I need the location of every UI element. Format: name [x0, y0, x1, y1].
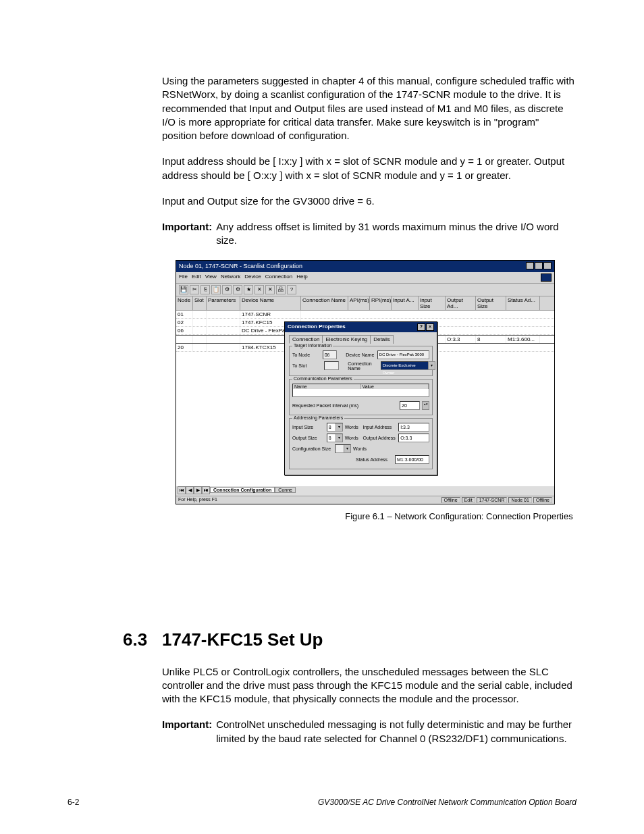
input-to-slot[interactable]	[324, 361, 339, 370]
col-value: Value	[361, 384, 429, 389]
input-status-addr[interactable]: M1:3.600/00	[395, 455, 429, 464]
label-device-name: Device Name	[346, 353, 375, 357]
label-config-size: Configuration Size	[292, 446, 333, 451]
paragraph-4: Unlike PLC5 or ControlLogix controllers,…	[162, 665, 576, 706]
group-legend: Communication Parameters	[292, 376, 354, 381]
menubar-right-icon[interactable]	[541, 273, 552, 282]
label-input-size: Input Size	[292, 425, 325, 429]
col-device-name[interactable]: Device Name	[240, 296, 301, 310]
col-node[interactable]: Node	[176, 296, 193, 310]
close-icon[interactable]	[543, 262, 552, 269]
page-footer: 6-2 GV3000/SE AC Drive ControlNet Networ…	[68, 798, 576, 807]
col-rpi[interactable]: RPI(ms)	[370, 296, 392, 310]
tab-details[interactable]: Details	[370, 335, 393, 344]
menu-view[interactable]: View	[205, 273, 217, 282]
important-note-1: Important: Any address offset is limited…	[162, 220, 576, 248]
page-number: 6-2	[68, 798, 79, 807]
status-help: For Help, press F1	[178, 497, 217, 503]
tool-icon[interactable]: ✕	[265, 285, 275, 294]
copy-icon[interactable]: ⎘	[200, 285, 210, 294]
group-legend: Target Information	[292, 343, 333, 348]
section-title: 1747-KFC15 Set Up	[162, 629, 323, 650]
tool-icon[interactable]: ⚙	[222, 285, 232, 294]
select-input-size[interactable]: 8	[327, 423, 343, 432]
toolbar: 💾 ✂ ⎘ 📋 ⚙ ⚙ ★ ✕ ✕ 品 ?	[176, 284, 554, 296]
important-label: Important:	[162, 220, 216, 248]
col-name: Name	[293, 384, 361, 389]
col-api[interactable]: API(ms)	[348, 296, 370, 310]
tree-icon[interactable]: 品	[276, 285, 286, 294]
next-icon[interactable]: ▶	[194, 486, 202, 494]
last-icon[interactable]: ⏭	[202, 486, 210, 494]
dialog-help-icon[interactable]: ?	[417, 323, 425, 331]
select-conn-name[interactable]: Discrete Exclusive Owner	[381, 361, 429, 370]
select-config-size[interactable]	[335, 444, 351, 453]
label-words: Words	[345, 436, 361, 440]
col-input-size[interactable]: Input Size	[419, 296, 446, 310]
tool-icon[interactable]: ✕	[254, 285, 264, 294]
group-legend: Addressing Parameters	[292, 415, 344, 420]
figure-caption: Figure 6.1 – Network Configuration: Conn…	[270, 511, 644, 521]
input-input-addr[interactable]: I:3.3	[398, 423, 429, 432]
dialog-titlebar: Connection Properties ?×	[285, 322, 437, 332]
tab-conne[interactable]: Conne	[275, 487, 296, 493]
maximize-icon[interactable]	[535, 262, 543, 269]
paragraph-1: Using the parameters suggested in chapte…	[162, 74, 576, 142]
label-to-slot: To Slot	[292, 363, 322, 368]
menu-help[interactable]: Help	[296, 273, 307, 282]
important-text: ControlNet unscheduled messaging is not …	[216, 718, 576, 746]
status-device: 1747-SCNR	[477, 497, 508, 503]
minimize-icon[interactable]	[526, 262, 534, 269]
label-to-node: To Node	[292, 353, 321, 357]
label-conn-name: Connection Name	[348, 361, 378, 371]
first-icon[interactable]: ⏮	[178, 486, 186, 494]
screenshot-figure: Node 01, 1747-SCNR - Scanlist Configurat…	[176, 260, 555, 504]
col-status-addr[interactable]: Status Ad...	[506, 296, 540, 310]
input-to-node[interactable]: 06	[323, 350, 338, 359]
status-offline2: Offline	[533, 497, 552, 503]
status-edit: Edit	[462, 497, 475, 503]
important-note-2: Important: ControlNet unscheduled messag…	[162, 718, 576, 746]
tool-icon[interactable]: ⚙	[233, 285, 242, 294]
status-bar: For Help, press F1 Offline Edit 1747-SCN…	[176, 496, 554, 504]
spinner-icon[interactable]: ▴▾	[422, 401, 429, 410]
connection-properties-dialog: Connection Properties ?× Connection Elec…	[284, 321, 437, 475]
cut-icon[interactable]: ✂	[190, 285, 199, 294]
prev-icon[interactable]: ◀	[186, 486, 194, 494]
select-output-size[interactable]: 8	[327, 434, 343, 442]
paste-icon[interactable]: 📋	[211, 285, 221, 294]
dialog-close-icon[interactable]: ×	[426, 323, 434, 331]
window-controls[interactable]	[525, 262, 552, 271]
menu-edit[interactable]: Edit	[192, 273, 201, 282]
col-slot[interactable]: Slot	[193, 296, 207, 310]
col-input-addr[interactable]: Input A...	[392, 296, 419, 310]
menu-network[interactable]: Network	[221, 273, 240, 282]
window-titlebar: Node 01, 1747-SCNR - Scanlist Configurat…	[176, 261, 554, 272]
label-rpi: Requested Packet Interval (ms)	[292, 403, 398, 408]
col-output-addr[interactable]: Output Ad...	[446, 296, 476, 310]
section-heading: 6.3 1747-KFC15 Set Up	[68, 629, 576, 650]
dialog-title-text: Connection Properties	[288, 323, 346, 331]
group-comm-params: Communication Parameters Name Value Requ…	[289, 379, 433, 415]
section-number: 6.3	[68, 629, 162, 650]
table-row[interactable]: 01 1747-SCNR	[176, 311, 554, 319]
col-parameters[interactable]: Parameters	[207, 296, 240, 310]
help-icon[interactable]: ?	[287, 285, 296, 294]
col-output-size[interactable]: Output Size	[476, 296, 506, 310]
label-input-addr: Input Address	[363, 425, 397, 429]
input-device-name[interactable]: DC Drive - FlexPak 3000	[377, 350, 429, 359]
menu-bar: File Edit View Network Device Connection…	[176, 272, 554, 284]
input-output-addr[interactable]: O:3.3	[398, 434, 429, 442]
col-connection-name[interactable]: Connection Name	[301, 296, 348, 310]
menu-file[interactable]: File	[179, 273, 188, 282]
tab-connection-config[interactable]: Connection Configuration	[210, 487, 275, 493]
input-rpi[interactable]: 20	[400, 401, 420, 410]
menu-device[interactable]: Device	[244, 273, 261, 282]
save-icon[interactable]: 💾	[179, 285, 188, 294]
important-label: Important:	[162, 718, 216, 746]
menu-connection[interactable]: Connection	[265, 273, 292, 282]
footer-title: GV3000/SE AC Drive ControlNet Network Co…	[318, 798, 576, 807]
tool-icon[interactable]: ★	[244, 285, 253, 294]
label-output-size: Output Size	[292, 436, 325, 440]
label-words: Words	[345, 425, 361, 429]
